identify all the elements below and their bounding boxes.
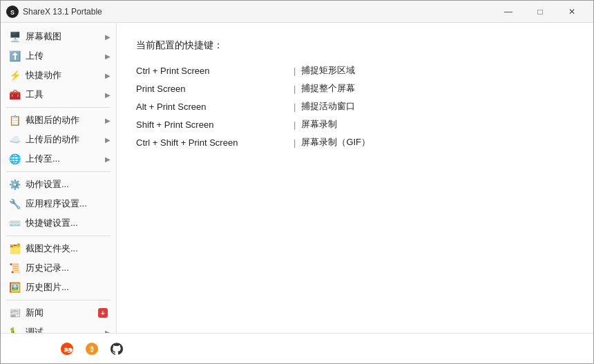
history-icon: 📜: [8, 261, 21, 275]
news-badge: +: [98, 308, 108, 318]
sidebar-item-upload[interactable]: ⬆️上传▶: [1, 46, 116, 66]
discord-social-button[interactable]: [32, 339, 52, 358]
shortcut-sep-0: |: [294, 66, 296, 76]
tools-label: 工具: [26, 88, 102, 101]
debug-arrow-icon: ▶: [105, 329, 111, 334]
sidebar-item-actionsettings[interactable]: ⚙️动作设置...: [1, 175, 116, 194]
aftercapture-arrow-icon: ▶: [105, 117, 111, 124]
bitcoin-social-button[interactable]: ₿: [82, 339, 102, 358]
shortcuts-title: 当前配置的快捷键：: [136, 39, 574, 52]
reddit-social-button[interactable]: [57, 339, 77, 358]
tools-arrow-icon: ▶: [105, 91, 111, 99]
screenshot-arrow-icon: ▶: [105, 33, 111, 41]
sidebar-item-quickactions[interactable]: ⚡快捷动作▶: [1, 66, 116, 85]
shortcut-key-0: Ctrl + Print Screen: [136, 66, 288, 76]
afterupload-icon: ☁️: [8, 133, 21, 146]
shortcut-key-4: Ctrl + Shift + Print Screen: [136, 137, 288, 148]
actionsettings-icon: ⚙️: [8, 178, 21, 191]
news-label: 新闻: [26, 307, 98, 319]
close-button[interactable]: ✕: [556, 1, 588, 23]
screenshotfolder-label: 截图文件夹...: [26, 242, 111, 255]
svg-text:S: S: [10, 9, 15, 16]
screenshot-icon: 🖥️: [8, 30, 21, 44]
app-icon: S: [6, 6, 19, 18]
content-area: 🖥️屏幕截图▶⬆️上传▶⚡快捷动作▶🧰工具▶📋截图后的动作▶☁️上传后的动作▶🌐…: [1, 23, 593, 333]
shortcut-sep-2: |: [294, 102, 296, 112]
shortcut-sep-4: |: [294, 137, 296, 148]
sidebar-item-screenshot[interactable]: 🖥️屏幕截图▶: [1, 27, 116, 46]
shortcut-row-0: Ctrl + Print Screen|捕捉矩形区域: [136, 64, 574, 77]
sidebar-item-imagehistory[interactable]: 🖼️历史图片...: [1, 278, 116, 297]
history-label: 历史记录...: [26, 262, 111, 274]
window-controls: — □ ✕: [492, 1, 588, 23]
destinations-icon: 🌐: [8, 152, 21, 166]
menu-divider: [6, 171, 111, 172]
app-window: S ShareX 13.1 Portable — □ ✕ 🖥️屏幕截图▶⬆️上传…: [0, 0, 594, 364]
menu-divider: [6, 107, 111, 108]
sidebar-item-hotkeysettings[interactable]: ⌨️快捷键设置...: [1, 213, 116, 233]
afterupload-arrow-icon: ▶: [105, 136, 111, 144]
upload-label: 上传: [26, 50, 102, 62]
sidebar-item-appsettings[interactable]: 🔧应用程序设置...: [1, 194, 116, 213]
appsettings-label: 应用程序设置...: [26, 198, 111, 210]
sidebar-item-aftercapture[interactable]: 📋截图后的动作▶: [1, 111, 116, 130]
window-title: ShareX 13.1 Portable: [23, 7, 492, 17]
hotkeysettings-label: 快捷键设置...: [26, 217, 111, 229]
appsettings-icon: 🔧: [8, 197, 21, 211]
upload-arrow-icon: ▶: [105, 52, 111, 60]
twitter-social-button[interactable]: [8, 339, 27, 358]
shortcut-desc-1: 捕捉整个屏幕: [301, 82, 355, 95]
sidebar-item-news[interactable]: 📰新闻+: [1, 303, 116, 323]
quickactions-label: 快捷动作: [26, 69, 102, 82]
maximize-button[interactable]: □: [524, 1, 556, 23]
shortcut-desc-0: 捕捉矩形区域: [301, 64, 355, 77]
social-bar: ₿: [1, 333, 593, 363]
shortcut-desc-2: 捕捉活动窗口: [301, 100, 355, 113]
sidebar-item-screenshotfolder[interactable]: 🗂️截图文件夹...: [1, 239, 116, 258]
shortcut-row-1: Print Screen|捕捉整个屏幕: [136, 82, 574, 95]
sidebar-item-history[interactable]: 📜历史记录...: [1, 258, 116, 278]
menu-divider: [6, 300, 111, 300]
screenshotfolder-icon: 🗂️: [8, 242, 21, 256]
github-social-button[interactable]: [107, 339, 126, 358]
destinations-arrow-icon: ▶: [105, 155, 111, 163]
tools-icon: 🧰: [8, 88, 21, 102]
shortcut-sep-3: |: [294, 119, 296, 130]
destinations-label: 上传至...: [26, 153, 102, 165]
actionsettings-label: 动作设置...: [26, 178, 111, 191]
aftercapture-label: 截图后的动作: [26, 114, 102, 126]
shortcut-key-3: Shift + Print Screen: [136, 119, 288, 130]
debug-label: 调试: [26, 326, 102, 333]
upload-icon: ⬆️: [8, 49, 21, 63]
shortcut-sep-1: |: [294, 84, 296, 94]
shortcut-key-1: Print Screen: [136, 84, 288, 94]
shortcut-desc-3: 屏幕录制: [301, 118, 337, 131]
sidebar-item-tools[interactable]: 🧰工具▶: [1, 85, 116, 104]
shortcut-row-2: Alt + Print Screen|捕捉活动窗口: [136, 100, 574, 113]
debug-icon: 🐛: [8, 325, 21, 333]
imagehistory-label: 历史图片...: [26, 281, 111, 294]
aftercapture-icon: 📋: [8, 113, 21, 127]
shortcut-desc-4: 屏幕录制（GIF）: [301, 136, 370, 149]
quickactions-icon: ⚡: [8, 68, 21, 82]
minimize-button[interactable]: —: [492, 1, 524, 23]
imagehistory-icon: 🖼️: [8, 280, 21, 294]
shortcut-row-4: Ctrl + Shift + Print Screen|屏幕录制（GIF）: [136, 136, 574, 149]
main-panel: 当前配置的快捷键： Ctrl + Print Screen|捕捉矩形区域Prin…: [117, 23, 593, 333]
menu-divider: [6, 236, 111, 236]
title-bar: S ShareX 13.1 Portable — □ ✕: [1, 1, 593, 23]
hotkeysettings-icon: ⌨️: [8, 216, 21, 230]
screenshot-label: 屏幕截图: [26, 30, 102, 43]
afterupload-label: 上传后的动作: [26, 133, 102, 146]
sidebar-item-debug[interactable]: 🐛调试▶: [1, 323, 116, 333]
quickactions-arrow-icon: ▶: [105, 72, 111, 79]
shortcuts-list: Ctrl + Print Screen|捕捉矩形区域Print Screen|捕…: [136, 64, 574, 149]
shortcut-row-3: Shift + Print Screen|屏幕录制: [136, 118, 574, 131]
shortcut-key-2: Alt + Print Screen: [136, 102, 288, 112]
sidebar-item-afterupload[interactable]: ☁️上传后的动作▶: [1, 130, 116, 149]
news-icon: 📰: [8, 306, 21, 320]
sidebar: 🖥️屏幕截图▶⬆️上传▶⚡快捷动作▶🧰工具▶📋截图后的动作▶☁️上传后的动作▶🌐…: [1, 23, 117, 333]
sidebar-item-destinations[interactable]: 🌐上传至...▶: [1, 149, 116, 169]
